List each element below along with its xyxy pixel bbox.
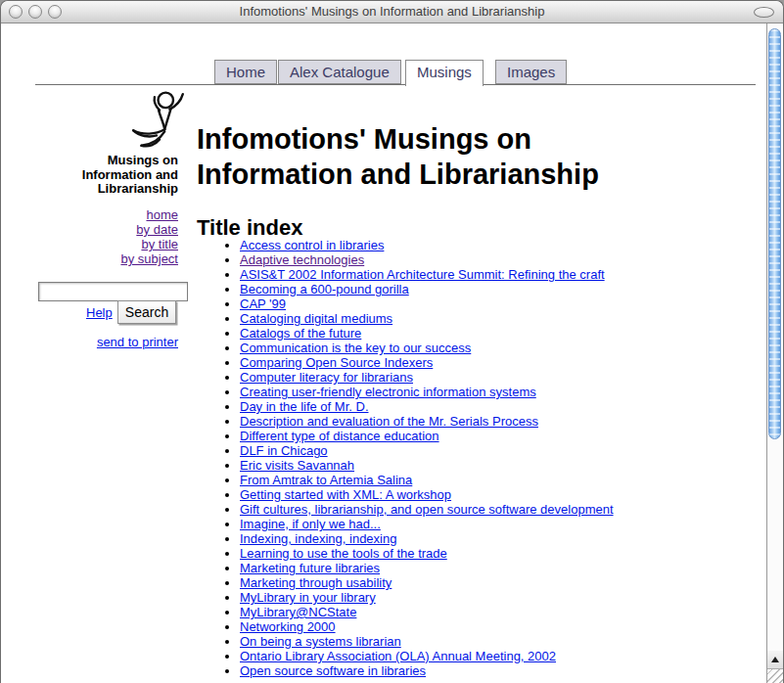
list-item: Comparing Open Source Indexers xyxy=(240,355,784,370)
title-link[interactable]: From Amtrak to Artemia Salina xyxy=(240,473,412,487)
title-link[interactable]: Computer literacy for librarians xyxy=(240,370,413,385)
title-link[interactable]: Description and evaluation of the Mr. Se… xyxy=(240,414,538,429)
section-title: Title index xyxy=(197,216,302,240)
sidebar-link-by-date[interactable]: by date xyxy=(21,222,178,237)
list-item: Getting started with XML: A workshop xyxy=(240,487,784,502)
title-link[interactable]: Learning to use the tools of the trade xyxy=(240,546,447,561)
list-item: Open source software in libraries xyxy=(240,663,784,678)
list-item: Description and evaluation of the Mr. Se… xyxy=(240,414,784,429)
vertical-scrollbar[interactable] xyxy=(766,23,783,683)
list-item: Day in the life of Mr. D. xyxy=(240,399,784,414)
list-item: Computer literacy for librarians xyxy=(240,370,784,385)
title-link[interactable]: MyLibrary@NCState xyxy=(240,605,356,619)
list-item: Catalogs of the future xyxy=(240,326,784,341)
title-link[interactable]: ASIS&T 2002 Information Architecture Sum… xyxy=(240,267,605,282)
tab-alex-catalogue[interactable]: Alex Catalogue xyxy=(278,60,401,84)
list-item: Imagine, if only we had... xyxy=(240,517,784,531)
list-item: From Amtrak to Artemia Salina xyxy=(240,473,784,487)
title-link[interactable]: Open source software in libraries xyxy=(240,663,426,678)
title-link[interactable]: MyLibrary in your library xyxy=(240,590,376,605)
sidebar-nav: home by date by title by subject xyxy=(21,207,178,266)
title-link[interactable]: Marketing future libraries xyxy=(240,561,380,575)
tab-musings[interactable]: Musings xyxy=(405,60,484,86)
list-item: Gift cultures, librarianship, and open s… xyxy=(240,502,784,517)
tab-bar-rule xyxy=(35,84,756,85)
list-item: Marketing through usability xyxy=(240,575,784,590)
title-link[interactable]: Day in the life of Mr. D. xyxy=(240,399,369,414)
title-link[interactable]: CAP '99 xyxy=(240,296,286,311)
list-item: Cataloging digital mediums xyxy=(240,311,784,326)
title-link[interactable]: Communication is the key to our success xyxy=(240,341,471,355)
title-link[interactable]: Marketing through usability xyxy=(240,575,392,590)
title-index-list: Access control in libraries Adaptive tec… xyxy=(197,238,784,678)
leaping-figure-logo-icon xyxy=(129,90,186,153)
title-link[interactable]: Comparing Open Source Indexers xyxy=(240,355,433,370)
list-item: Learning to use the tools of the trade xyxy=(240,546,784,561)
help-link[interactable]: Help xyxy=(86,305,113,320)
title-link[interactable]: On being a systems librarian xyxy=(240,634,401,649)
print-link-row: send to printer xyxy=(21,335,178,349)
title-link[interactable]: Catalogs of the future xyxy=(240,326,361,341)
title-link[interactable]: Imagine, if only we had... xyxy=(240,517,381,531)
browser-window: Infomotions' Musings on Information and … xyxy=(0,0,784,683)
list-item: Eric visits Savannah xyxy=(240,458,784,473)
title-link[interactable]: DLF in Chicago xyxy=(240,443,328,458)
list-item: Becoming a 600-pound gorilla xyxy=(240,282,784,296)
sidebar-link-by-subject[interactable]: by subject xyxy=(21,251,178,266)
list-item: On being a systems librarian xyxy=(240,634,784,649)
list-item: ASIS&T 2002 Information Architecture Sum… xyxy=(240,267,784,282)
title-link[interactable]: Eric visits Savannah xyxy=(240,458,354,473)
list-item: Marketing future libraries xyxy=(240,561,784,575)
sidebar-link-home[interactable]: home xyxy=(21,207,178,222)
title-link[interactable]: Access control in libraries xyxy=(240,238,384,252)
tab-label: Alex Catalogue xyxy=(290,64,390,80)
tab-label: Musings xyxy=(417,64,472,80)
window-title: Infomotions' Musings on Information and … xyxy=(1,1,783,23)
sidebar-link-by-title[interactable]: by title xyxy=(21,237,178,251)
title-link[interactable]: Gift cultures, librarianship, and open s… xyxy=(240,502,614,517)
title-link[interactable]: Indexing, indexing, indexing xyxy=(240,531,396,546)
scrollbar-thumb[interactable] xyxy=(768,28,781,439)
title-link[interactable]: Getting started with XML: A workshop xyxy=(240,487,451,502)
title-link[interactable]: Ontario Library Association (OLA) Annual… xyxy=(240,649,556,663)
title-link[interactable]: Adaptive technologies xyxy=(240,252,364,267)
list-item: MyLibrary@NCState xyxy=(240,605,784,619)
list-item: Indexing, indexing, indexing xyxy=(240,531,784,546)
resize-grip-icon[interactable] xyxy=(767,668,783,683)
scroll-up-button[interactable] xyxy=(767,651,783,668)
title-link[interactable]: Becoming a 600-pound gorilla xyxy=(240,282,409,296)
list-item: MyLibrary in your library xyxy=(240,590,784,605)
search-input[interactable] xyxy=(38,282,188,301)
list-item: Communication is the key to our success xyxy=(240,341,784,355)
tab-label: Home xyxy=(226,64,265,80)
title-link[interactable]: Different type of distance education xyxy=(240,429,439,443)
list-item: DLF in Chicago xyxy=(240,443,784,458)
sidebar-site-caption: Musings on Information and Librarianship xyxy=(70,154,178,197)
title-bar: Infomotions' Musings on Information and … xyxy=(1,1,783,23)
page-title: Infomotions' Musings on Information and … xyxy=(197,121,676,192)
title-link[interactable]: Networking 2000 xyxy=(240,619,336,634)
triangle-up-icon xyxy=(771,657,779,662)
list-item: Networking 2000 xyxy=(240,619,784,634)
title-link[interactable]: Creating user-friendly electronic inform… xyxy=(240,385,536,399)
search-button[interactable]: Search xyxy=(117,300,176,324)
tab-home[interactable]: Home xyxy=(214,60,277,84)
list-item: Different type of distance education xyxy=(240,429,784,443)
title-link[interactable]: Cataloging digital mediums xyxy=(240,311,392,326)
list-item: Ontario Library Association (OLA) Annual… xyxy=(240,649,784,663)
list-item: Access control in libraries xyxy=(240,238,784,252)
list-item: Creating user-friendly electronic inform… xyxy=(240,385,784,399)
list-item: Adaptive technologies xyxy=(240,252,784,267)
send-to-printer-link[interactable]: send to printer xyxy=(97,335,178,349)
tab-images[interactable]: Images xyxy=(495,60,567,84)
tab-label: Images xyxy=(507,64,555,80)
list-item: CAP '99 xyxy=(240,296,784,311)
toolbar-toggle-icon[interactable] xyxy=(754,7,774,18)
